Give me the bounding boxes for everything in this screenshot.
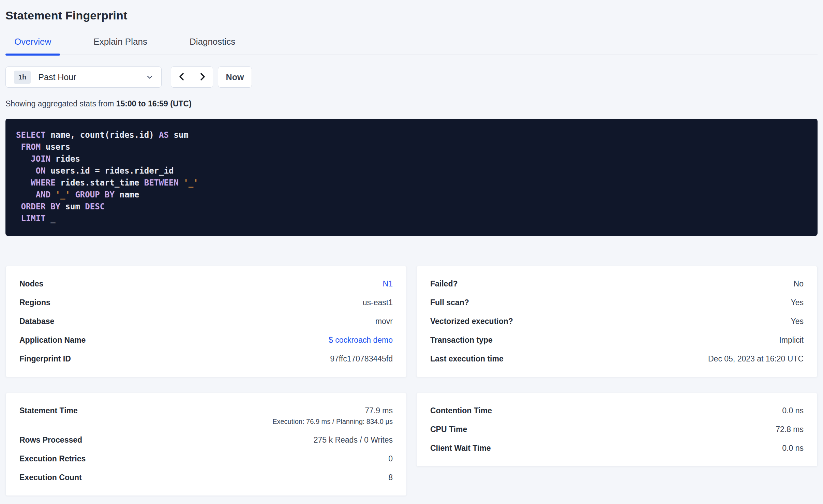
stat-value-wrap: movr xyxy=(375,316,393,326)
stat-row-execution-count: Execution Count8 xyxy=(19,473,393,482)
stat-row-regions: Regionsus-east1 xyxy=(19,298,393,307)
stat-label: Vectorized execution? xyxy=(430,316,513,326)
stat-value-wrap: Yes xyxy=(791,298,804,307)
stat-value-wrap: 72.8 ms xyxy=(776,425,804,434)
caption-time-range: 15:00 to 16:59 (UTC) xyxy=(116,99,192,108)
stat-row-statement-time: Statement Time77.9 msExecution: 76.9 ms … xyxy=(19,406,393,426)
chevron-right-icon xyxy=(198,72,207,82)
time-range-select[interactable]: 1h Past Hour xyxy=(5,66,162,88)
stat-label: Contention Time xyxy=(430,406,492,415)
stat-row-vectorized-execution: Vectorized execution?Yes xyxy=(430,316,804,326)
stat-value: Implicit xyxy=(779,336,804,344)
next-time-button[interactable] xyxy=(192,67,213,87)
stat-value-wrap: 0.0 ns xyxy=(782,406,804,415)
stat-value: Yes xyxy=(791,317,804,326)
stat-row-failed: Failed?No xyxy=(430,279,804,288)
stat-label: Fingerprint ID xyxy=(19,354,71,364)
stat-value: us-east1 xyxy=(363,298,393,307)
stat-row-full-scan: Full scan?Yes xyxy=(430,298,804,307)
time-controls: 1h Past Hour Now xyxy=(5,66,818,88)
stat-row-fingerprint-id: Fingerprint ID97ffc170783445fd xyxy=(19,354,393,364)
time-step-group xyxy=(171,66,213,88)
execution-attributes-card: Failed?NoFull scan?YesVectorized executi… xyxy=(416,266,818,377)
prev-time-button[interactable] xyxy=(171,67,192,87)
stat-value: 0.0 ns xyxy=(782,444,804,453)
stat-label: Full scan? xyxy=(430,298,469,307)
tab-bar: Overview Explain Plans Diagnostics xyxy=(5,36,818,55)
stat-label: Regions xyxy=(19,298,50,307)
stat-value: movr xyxy=(375,317,393,326)
stat-value: 0.0 ns xyxy=(782,406,804,415)
stat-label: Statement Time xyxy=(19,406,78,415)
stat-label: Transaction type xyxy=(430,335,493,345)
stat-label: Last execution time xyxy=(430,354,504,364)
stat-row-nodes: NodesN1 xyxy=(19,279,393,288)
stat-row-contention-time: Contention Time0.0 ns xyxy=(430,406,804,415)
stat-subvalue: Execution: 76.9 ms / Planning: 834.0 µs xyxy=(272,417,393,426)
stat-row-application-name: Application Name$ cockroach demo xyxy=(19,335,393,345)
stats-cards-grid: NodesN1Regionsus-east1DatabasemovrApplic… xyxy=(5,266,818,496)
chevron-left-icon xyxy=(177,72,186,82)
stat-row-rows-processed: Rows Processed275 k Reads / 0 Writes xyxy=(19,435,393,445)
wait-time-card: Contention Time0.0 nsCPU Time72.8 msClie… xyxy=(416,393,818,466)
stat-row-cpu-time: CPU Time72.8 ms xyxy=(430,425,804,434)
stat-value-wrap: $ cockroach demo xyxy=(329,335,393,345)
aggregated-stats-caption: Showing aggregated stats from 15:00 to 1… xyxy=(5,99,818,108)
stat-value: 72.8 ms xyxy=(776,425,804,434)
stat-value: Dec 05, 2023 at 16:20 UTC xyxy=(708,354,804,363)
nodes-link[interactable]: N1 xyxy=(383,279,393,288)
stat-value-wrap: No xyxy=(794,279,804,288)
caption-prefix: Showing aggregated stats from xyxy=(5,99,116,108)
stat-label: Execution Retries xyxy=(19,454,86,463)
stat-row-execution-retries: Execution Retries0 xyxy=(19,454,393,463)
stat-label: Database xyxy=(19,316,54,326)
stat-value-wrap: 0 xyxy=(388,454,393,463)
application-name-link[interactable]: $ cockroach demo xyxy=(329,336,393,344)
stat-value-wrap: 8 xyxy=(388,473,393,482)
stat-value: 77.9 ms xyxy=(365,406,393,415)
stat-value: 8 xyxy=(388,473,393,482)
time-range-label: Past Hour xyxy=(38,72,146,82)
stat-label: Application Name xyxy=(19,335,86,345)
stat-row-client-wait-time: Client Wait Time0.0 ns xyxy=(430,443,804,453)
stat-row-transaction-type: Transaction typeImplicit xyxy=(430,335,804,345)
stat-value-wrap: 97ffc170783445fd xyxy=(330,354,393,364)
chevron-down-icon xyxy=(146,73,154,81)
stat-value-wrap: Implicit xyxy=(779,335,804,345)
stat-label: Rows Processed xyxy=(19,435,82,445)
statement-fingerprint-page: Statement Fingerprint Overview Explain P… xyxy=(0,0,823,504)
tab-explain-plans[interactable]: Explain Plans xyxy=(85,36,156,55)
stat-value: 97ffc170783445fd xyxy=(330,354,393,363)
stat-value: No xyxy=(794,279,804,288)
statement-time-card: Statement Time77.9 msExecution: 76.9 ms … xyxy=(5,393,407,496)
stat-label: Nodes xyxy=(19,279,43,288)
tab-overview[interactable]: Overview xyxy=(5,36,60,55)
stat-value: Yes xyxy=(791,298,804,307)
stat-value-wrap: N1 xyxy=(383,279,393,288)
stat-value-wrap: Dec 05, 2023 at 16:20 UTC xyxy=(708,354,804,364)
stat-value-wrap: us-east1 xyxy=(363,298,393,307)
stat-value: 275 k Reads / 0 Writes xyxy=(314,435,393,444)
stat-row-database: Databasemovr xyxy=(19,316,393,326)
sql-statement: SELECT name, count(rides.id) AS sum FROM… xyxy=(16,129,807,225)
stat-value-wrap: Yes xyxy=(791,316,804,326)
stat-label: Client Wait Time xyxy=(430,443,491,453)
stat-label: Failed? xyxy=(430,279,458,288)
stat-label: Execution Count xyxy=(19,473,82,482)
stat-row-last-execution-time: Last execution timeDec 05, 2023 at 16:20… xyxy=(430,354,804,364)
stat-value-wrap: 0.0 ns xyxy=(782,443,804,453)
stat-label: CPU Time xyxy=(430,425,467,434)
sql-statement-box: SELECT name, count(rides.id) AS sum FROM… xyxy=(5,119,818,236)
time-range-badge: 1h xyxy=(14,71,31,84)
now-button[interactable]: Now xyxy=(218,66,252,88)
stat-value-wrap: 275 k Reads / 0 Writes xyxy=(314,435,393,445)
stat-value-wrap: 77.9 msExecution: 76.9 ms / Planning: 83… xyxy=(272,406,393,426)
stat-value: 0 xyxy=(388,454,393,463)
tab-diagnostics[interactable]: Diagnostics xyxy=(181,36,244,55)
statement-details-card: NodesN1Regionsus-east1DatabasemovrApplic… xyxy=(5,266,407,377)
page-title: Statement Fingerprint xyxy=(5,9,818,22)
